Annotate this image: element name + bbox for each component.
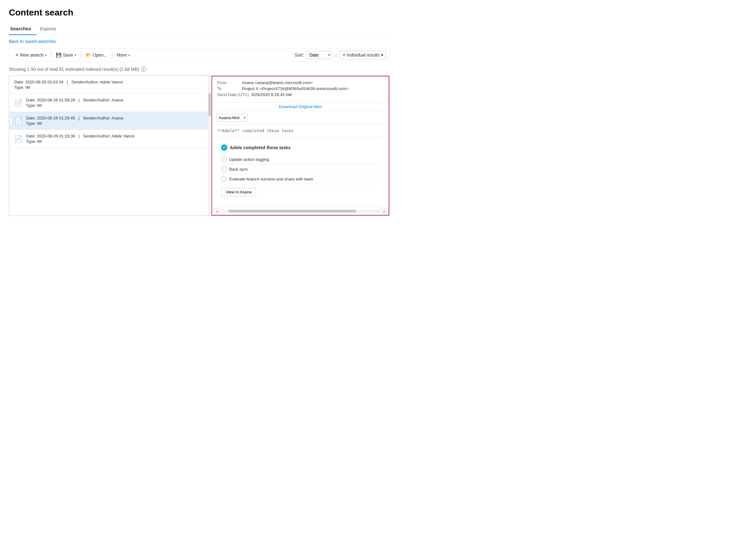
bottom-scrollbar: ◂ ▸ xyxy=(212,207,389,215)
tab-searches[interactable]: Searches xyxy=(9,23,36,35)
results-panel: Date: 2020-08-26 02:03:34 | Sender/Autho… xyxy=(9,76,212,216)
file-icon xyxy=(14,134,23,143)
save-chevron-icon: ▾ xyxy=(75,53,76,57)
format-select-area: Asana.html Text xyxy=(212,111,389,125)
individual-results-button[interactable]: Individual results ▾ xyxy=(340,51,386,59)
result-meta-block: Date: 2020-08-26 01:59:28 | Sender/Autho… xyxy=(26,98,123,108)
open-icon xyxy=(86,52,91,58)
scroll-track[interactable] xyxy=(220,210,380,213)
task-item: ○ Update action logging xyxy=(221,155,380,164)
task-label: Evaluate feature success and share with … xyxy=(229,177,313,182)
email-header: From Asana <asana@teams.microsoft.com> T… xyxy=(212,77,389,102)
open-button[interactable]: Open... xyxy=(83,51,111,59)
task-check-green-icon: ✓ xyxy=(221,145,227,151)
sort-label: Sort: xyxy=(295,52,304,58)
result-type: Type: IM xyxy=(26,139,135,144)
format-select[interactable]: Asana.html Text xyxy=(216,114,248,122)
sort-direction-icon[interactable]: ↓ xyxy=(335,52,337,58)
back-to-saved-searches-link[interactable]: Back to saved searches xyxy=(9,39,56,44)
toolbar-separator-1 xyxy=(51,52,52,58)
email-from-row: From Asana <asana@teams.microsoft.com> xyxy=(217,80,384,85)
more-chevron-icon: ▾ xyxy=(128,53,130,57)
toolbar-separator-3 xyxy=(112,52,112,58)
separator xyxy=(217,137,384,137)
email-body: **Adele** completed these tasks ✓ Adele … xyxy=(212,125,389,207)
scroll-left-arrow[interactable]: ◂ xyxy=(214,209,219,214)
tab-exports[interactable]: Exports xyxy=(39,23,61,35)
save-button[interactable]: Save ▾ xyxy=(53,51,80,59)
format-select-container: Asana.html Text xyxy=(216,114,248,122)
file-icon xyxy=(14,116,23,125)
result-meta: Date: 2020-08-26 01:28:45 | Sender/Autho… xyxy=(26,116,123,120)
new-search-button[interactable]: New search ▾ xyxy=(12,51,50,59)
from-label: From xyxy=(217,80,239,85)
tabs-bar: Searches Exports xyxy=(9,23,390,35)
file-icon xyxy=(14,98,23,107)
task-check-icon: ○ xyxy=(221,157,227,162)
sort-select-wrap: Date Subject Sender Size xyxy=(306,51,332,59)
main-content: Date: 2020-08-26 02:03:34 | Sender/Autho… xyxy=(9,76,390,216)
task-check-icon: ○ xyxy=(221,166,227,172)
sort-area: Sort: Date Subject Sender Size ↓ Individ… xyxy=(295,51,386,59)
email-body-raw: **Adele** completed these tasks xyxy=(217,128,384,133)
result-meta: Date: 2020-08-26 01:59:28 | Sender/Autho… xyxy=(26,98,123,102)
view-in-asana-button[interactable]: View in Asana xyxy=(221,188,256,196)
from-value: Asana <asana@teams.microsoft.com> xyxy=(242,80,384,85)
result-meta-block: Date: 2020-08-26 01:19:36 | Sender/Autho… xyxy=(26,134,135,144)
task-item: ○ Back sync xyxy=(221,164,380,174)
send-date-label: Send Date (UTC) xyxy=(217,92,249,97)
new-search-chevron-icon: ▾ xyxy=(45,53,46,57)
save-icon xyxy=(56,52,61,58)
result-item[interactable]: Date: 2020-08-26 01:59:28 | Sender/Autho… xyxy=(9,94,212,112)
task-section: ✓ Adele completed these tasks ○ Update a… xyxy=(217,141,384,203)
task-item: ○ Evaluate feature success and share wit… xyxy=(221,174,380,184)
scrollbar[interactable] xyxy=(208,76,212,216)
result-type: Type: IM xyxy=(26,121,123,126)
task-header: ✓ Adele completed these tasks xyxy=(221,145,380,151)
results-info: Showing 1-50 out of total 81 estimated i… xyxy=(9,67,390,72)
task-header-text: Adele completed these tasks xyxy=(230,145,291,150)
to-label: To xyxy=(217,86,239,91)
individual-results-chevron-icon: ▾ xyxy=(381,52,383,58)
result-meta: Date: 2020-08-26 01:19:36 | Sender/Autho… xyxy=(26,134,135,139)
email-to-row: To Project X <ProjectX734@M365x654639.on… xyxy=(217,86,384,91)
info-icon[interactable]: i xyxy=(141,67,146,72)
separator xyxy=(217,139,384,139)
scroll-right-arrow[interactable]: ▸ xyxy=(382,209,387,214)
sort-select[interactable]: Date Subject Sender Size xyxy=(306,51,332,59)
more-button[interactable]: More ▾ xyxy=(114,51,133,59)
to-value: Project X <ProjectX734@M365x654639.onmic… xyxy=(242,86,384,91)
download-original-link[interactable]: Download Original Item xyxy=(212,102,389,111)
send-date-value: 8/26/2020 8:28:45 AM xyxy=(251,92,384,97)
toolbar-separator-2 xyxy=(81,52,81,58)
result-meta: Date: 2020-08-26 02:03:34 | Sender/Autho… xyxy=(14,80,206,84)
result-type: Type: IM xyxy=(14,85,206,90)
scroll-track-thumb xyxy=(229,210,356,213)
scrollbar-thumb xyxy=(208,93,211,116)
result-meta-block: Date: 2020-08-26 01:28:45 | Sender/Autho… xyxy=(26,116,123,126)
email-senddate-row: Send Date (UTC) 8/26/2020 8:28:45 AM xyxy=(217,92,384,97)
toolbar: New search ▾ Save ▾ Open... More ▾ Sort:… xyxy=(9,48,390,62)
preview-panel: From Asana <asana@teams.microsoft.com> T… xyxy=(212,76,389,216)
result-item[interactable]: Date: 2020-08-26 01:19:36 | Sender/Autho… xyxy=(9,130,212,148)
task-check-icon: ○ xyxy=(221,176,227,182)
page-title: Content search xyxy=(9,8,390,18)
result-item-selected[interactable]: Date: 2020-08-26 01:28:45 | Sender/Autho… xyxy=(9,112,212,130)
result-item[interactable]: Date: 2020-08-26 02:03:34 | Sender/Autho… xyxy=(9,76,212,94)
result-item-selected-container: Date: 2020-08-26 01:28:45 | Sender/Autho… xyxy=(9,112,212,130)
page-container: Content search Searches Exports Back to … xyxy=(0,0,398,224)
task-label: Update action logging xyxy=(229,157,269,162)
task-label: Back sync xyxy=(229,167,248,172)
result-type: Type: IM xyxy=(26,103,123,108)
list-icon xyxy=(342,52,345,58)
plus-icon xyxy=(15,52,18,58)
